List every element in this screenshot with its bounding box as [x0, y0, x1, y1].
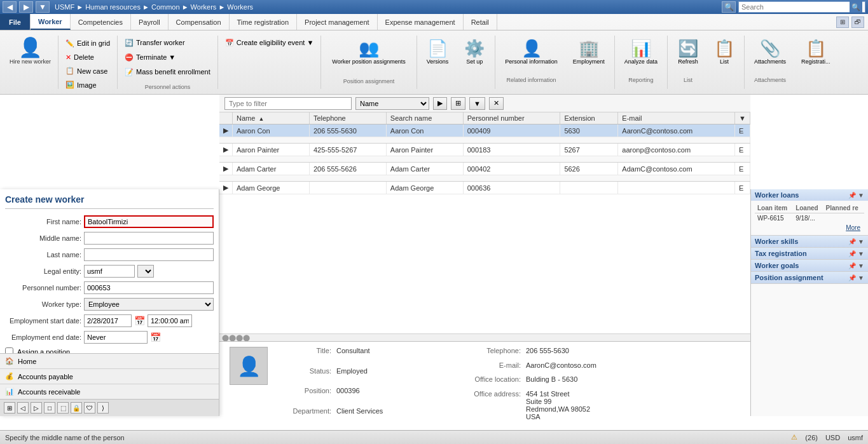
emp-start-date-input[interactable] — [84, 314, 132, 327]
row-telephone: 206 555-5626 — [309, 163, 386, 175]
tab-retail[interactable]: Retail — [464, 14, 497, 30]
start-date-calendar-icon[interactable]: 📅 — [134, 316, 145, 326]
col-search-name[interactable]: Search name — [386, 112, 463, 124]
tab-competencies[interactable]: Competencies — [71, 14, 131, 30]
horizontal-scroll[interactable]: ⬤⬤⬤⬤ — [219, 333, 750, 341]
new-case-btn[interactable]: 📋 New case — [61, 65, 114, 78]
tab-payroll[interactable]: Payroll — [131, 14, 169, 30]
filter-icon-2[interactable]: ▼ — [469, 97, 485, 110]
toolbar-icon-5[interactable]: ⬚ — [57, 402, 69, 414]
create-eligibility-btn[interactable]: 📅 Create eligibility event ▼ — [221, 36, 319, 50]
analyze-btn[interactable]: 📊 Analyze data — [620, 36, 662, 77]
toolbar-icon-2[interactable]: ◁ — [17, 402, 29, 414]
image-btn[interactable]: 🖼️ Image — [61, 78, 114, 91]
personnel-number-input[interactable] — [84, 281, 214, 294]
toolbar-icon-4[interactable]: □ — [44, 402, 55, 414]
table-row[interactable]: ▶ Aaron Painter 425-555-5267 Aaron Paint… — [219, 144, 750, 156]
title-search-input[interactable] — [741, 3, 850, 11]
refresh-btn[interactable]: 🔄 Refresh — [673, 36, 703, 77]
worker-loans-header[interactable]: Worker loans 📌 ▼ — [751, 189, 868, 201]
more-link[interactable]: More — [755, 223, 864, 232]
row-extra: E — [735, 124, 750, 137]
col-name[interactable]: Name ▲ — [233, 112, 310, 124]
terminate-btn[interactable]: ⛔ Terminate ▼ — [120, 50, 215, 64]
toolbar-icon-8[interactable]: ⟩ — [97, 402, 109, 414]
table-row[interactable]: ▶ Aaron Con 206 555-5630 Aaron Con 00040… — [219, 124, 750, 137]
personal-info-btn[interactable]: 👤 Personal information — [500, 36, 562, 77]
mass-benefit-btn[interactable]: 📝 Mass benefit enrollment — [120, 65, 215, 79]
worker-loans-pin-icon[interactable]: 📌 — [848, 192, 856, 199]
position-assignment-expand-icon[interactable]: ▼ — [858, 274, 864, 281]
filter-field-select[interactable]: Name Personnel number E-mail — [355, 97, 429, 110]
position-assignment-right-header[interactable]: Position assignment 📌 ▼ — [751, 272, 868, 283]
hire-new-worker-btn[interactable]: 👤 Hire new worker — [5, 33, 55, 84]
back-btn[interactable]: ◀ — [3, 1, 17, 13]
tab-expense-management[interactable]: Expense management — [378, 14, 464, 30]
emp-end-date-input[interactable] — [84, 331, 148, 344]
filter-icon-1[interactable]: ⊞ — [451, 97, 465, 110]
filter-apply-btn[interactable]: ▶ — [433, 97, 447, 110]
toolbar-icon-7[interactable]: 🛡 — [84, 402, 95, 414]
edit-in-grid-btn[interactable]: ✏️ Edit in grid — [61, 37, 114, 50]
worker-goals-expand-icon[interactable]: ▼ — [858, 262, 864, 269]
worker-position-btn[interactable]: 👥 Worker position assignments — [327, 36, 410, 77]
list-section-label: List — [684, 77, 692, 84]
sidebar-item-home[interactable]: 🏠 Home — [0, 354, 219, 369]
middle-name-input[interactable] — [84, 232, 214, 245]
legal-entity-select[interactable]: ▼ — [137, 265, 154, 278]
tab-worker[interactable]: Worker — [31, 14, 71, 30]
dropdown-btn[interactable]: ▼ — [36, 1, 50, 13]
col-extension[interactable]: Extension — [560, 112, 618, 124]
forward-btn[interactable]: ▶ — [19, 1, 33, 13]
tab-time-registration[interactable]: Time registration — [230, 14, 298, 30]
worker-skills-pin-icon[interactable]: 📌 — [848, 238, 856, 245]
toolbar-icon-6[interactable]: 🔒 — [71, 402, 82, 414]
transfer-worker-btn[interactable]: 🔄 Transfer worker — [120, 36, 215, 50]
col-email[interactable]: E-mail — [618, 112, 735, 124]
sidebar-item-accounts-payable[interactable]: 💰 Accounts payable — [0, 369, 219, 384]
window-btn[interactable]: 🗗 — [851, 17, 864, 28]
first-name-input[interactable] — [84, 215, 214, 228]
delete-btn[interactable]: ✕ Delete — [61, 51, 114, 64]
table-row[interactable]: ▶ Adam Carter 206 555-5626 Adam Carter 0… — [219, 163, 750, 175]
worker-goals-pin-icon[interactable]: 📌 — [848, 262, 856, 269]
tab-file[interactable]: File — [0, 14, 31, 30]
worker-goals-header[interactable]: Worker goals 📌 ▼ — [751, 260, 868, 271]
title-search-submit[interactable]: 🔍 — [850, 1, 862, 13]
registrations-btn[interactable]: 📋 Registrati... — [797, 36, 835, 77]
worker-loans-controls: 📌 ▼ — [848, 192, 864, 199]
grid-view-btn[interactable]: ⊞ — [836, 17, 849, 28]
col-personnel-number[interactable]: Personnel number — [463, 112, 560, 124]
search-icon-btn[interactable]: 🔍 — [722, 1, 736, 13]
tab-project-management[interactable]: Project management — [297, 14, 378, 30]
employment-btn[interactable]: 🏢 Employment — [568, 36, 609, 77]
position-assignment-group: 👥 Worker position assignments Position a… — [324, 33, 413, 91]
col-extra[interactable]: ▼ — [735, 112, 750, 124]
emp-start-time-input[interactable] — [148, 314, 192, 327]
setup-btn[interactable]: ⚙️ Set up — [459, 36, 490, 77]
worker-skills-header[interactable]: Worker skills 📌 ▼ — [751, 236, 868, 247]
toolbar-icon-3[interactable]: ▷ — [31, 402, 42, 414]
filter-input[interactable] — [224, 97, 352, 110]
tax-registration-header[interactable]: Tax registration 📌 ▼ — [751, 248, 868, 259]
detail-panel: 👤 Title: Consultant Status: Employed Pos… — [219, 341, 750, 430]
table-row[interactable]: ▶ Adam George Adam George 000636 E — [219, 182, 750, 194]
worker-loans-expand-icon[interactable]: ▼ — [858, 192, 864, 199]
tax-registration-pin-icon[interactable]: 📌 — [848, 250, 856, 257]
tax-registration-expand-icon[interactable]: ▼ — [858, 250, 864, 257]
attachments-btn[interactable]: 📎 Attachments — [750, 36, 790, 77]
end-date-calendar-icon[interactable]: 📅 — [150, 332, 161, 342]
legal-entity-input[interactable] — [84, 265, 135, 278]
worker-skills-expand-icon[interactable]: ▼ — [858, 238, 864, 245]
versions-btn[interactable]: 📄 Versions — [422, 36, 453, 77]
col-telephone[interactable]: Telephone — [309, 112, 386, 124]
worker-type-select[interactable]: Employee Contractor — [84, 298, 214, 311]
col-indicator[interactable] — [219, 112, 233, 124]
position-assignment-pin-icon[interactable]: 📌 — [848, 274, 856, 281]
list-btn[interactable]: 📋 List — [710, 36, 739, 77]
sidebar-item-accounts-receivable[interactable]: 📊 Accounts receivable — [0, 384, 219, 399]
last-name-input[interactable] — [84, 248, 214, 261]
toolbar-icon-1[interactable]: ⊞ — [4, 402, 15, 414]
tab-compensation[interactable]: Compensation — [169, 14, 230, 30]
filter-icon-3[interactable]: ✕ — [489, 97, 504, 110]
